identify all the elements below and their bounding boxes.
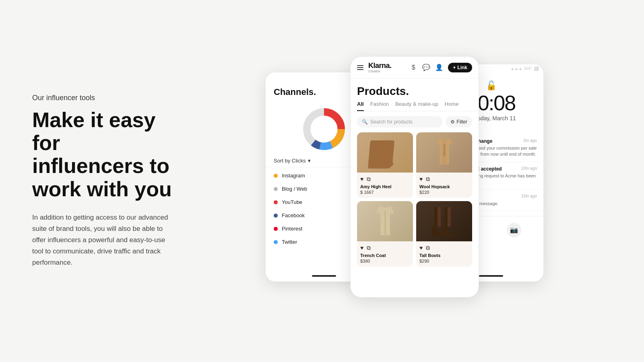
bottom-indicator-channels [312,275,336,277]
headline: Make it easy for influencers to work wit… [32,109,177,201]
products-mockup: Klarna. Creator $ 💬 👤 + Link Products. [350,56,479,298]
message-icon[interactable]: 💬 [422,64,430,72]
product-image-boot [357,132,413,173]
section-label: Our influencer tools [32,94,177,102]
klarna-nav-icons: $ 💬 👤 + Link [409,63,472,72]
klarna-header: Klarna. Creator $ 💬 👤 + Link [351,57,479,78]
product-price-2: $220 [416,190,472,198]
channel-name-youtube: YouTube [282,199,361,205]
product-name-1: Amy High Heel [357,184,413,190]
link-button-label: Link [457,65,467,70]
channel-dot-twitter [274,240,278,244]
right-section: Channels. [201,40,612,322]
product-card-3: ♥ ⧉ Trench Coat $380 [357,201,413,267]
channel-name-instagram: Instagram [282,173,358,179]
product-actions-2: ♥ ⧉ [416,173,472,184]
camera-footer-icon[interactable]: 📷 [507,223,521,237]
hamburger-icon[interactable] [357,65,363,70]
share-icon-2[interactable]: ⧉ [426,176,430,183]
body-text: In addition to getting access to our adv… [32,212,177,268]
product-name-2: Wool Hopsack [416,184,472,190]
product-actions-1: ♥ ⧉ [357,173,413,184]
search-icon: 🔍 [362,119,368,125]
tab-all[interactable]: All [357,101,364,111]
battery-icon: ⬜ [534,66,539,71]
bottom-indicator-notif [479,275,503,277]
wifi-icon: WiFi [524,66,532,71]
filter-label: Filter [456,119,467,125]
product-image-boots-dark [416,201,472,241]
share-icon-3[interactable]: ⧉ [367,245,371,251]
sort-label: Sort by Clicks [274,158,305,164]
tab-home[interactable]: Home [445,101,459,111]
notif-time-1: 5m ago [524,138,537,144]
share-icon-1[interactable]: ⧉ [367,176,371,183]
share-icon-4[interactable]: ⧉ [426,245,430,251]
product-card-2: ♥ ⧉ Wool Hopsack $220 [416,132,472,198]
search-bar: 🔍 Search for products ⚙ Filter [357,116,472,128]
products-title: Products. [351,78,479,101]
product-price-3: $380 [357,259,413,267]
sort-chevron: ▾ [308,158,311,164]
channel-name-blog: Blog / Web [282,186,361,192]
channel-dot-blog [274,187,278,191]
filter-icon: ⚙ [450,119,455,125]
user-icon[interactable]: 👤 [435,64,443,72]
channel-dot-pinterest [274,227,278,231]
signal-icon: ▲▲▲ [510,66,522,71]
search-input-box[interactable]: 🔍 Search for products [357,116,442,128]
heart-icon-1[interactable]: ♥ [360,176,363,183]
channel-dot-youtube [274,200,278,204]
product-price-1: $ 1667 [357,190,413,198]
product-name-4: Tall Boots [416,253,472,259]
heart-icon-3[interactable]: ♥ [360,245,363,251]
left-section: Our influencer tools Make it easy for in… [32,94,201,268]
product-card-4: ♥ ⧉ Tall Boots $290 [416,201,472,267]
notif-time-2: 10m ago [521,166,537,172]
products-grid: ♥ ⧉ Amy High Heel $ 1667 [351,132,479,267]
donut-svg [302,107,346,151]
search-placeholder: Search for products [370,119,413,125]
tab-beauty[interactable]: Beauty & make-up [395,101,438,111]
channel-dot-instagram [274,174,278,178]
product-name-3: Trench Coat [357,253,413,259]
filter-button[interactable]: ⚙ Filter [446,116,472,128]
klarna-logo-group: Klarna. Creator [368,62,392,73]
heart-icon-2[interactable]: ♥ [419,176,423,183]
klarna-sub: Creator [368,69,392,73]
product-actions-3: ♥ ⧉ [357,241,413,253]
dollar-icon[interactable]: $ [409,64,417,72]
product-card-1: ♥ ⧉ Amy High Heel $ 1667 [357,132,413,198]
product-image-coat2 [357,201,413,241]
boots-dark-svg [430,205,458,237]
channel-dot-facebook [274,214,278,218]
tab-fashion[interactable]: Fashion [370,101,389,111]
product-image-coat [416,132,472,173]
link-button[interactable]: + Link [448,63,472,72]
product-actions-4: ♥ ⧉ [416,241,472,253]
heart-icon-4[interactable]: ♥ [419,245,423,251]
coat2-svg [373,205,397,237]
coat-svg [432,136,456,169]
products-tabs: All Fashion Beauty & make-up Home [351,101,479,111]
mockups-wrapper: Channels. [254,48,559,314]
product-price-4: $290 [416,259,472,267]
boot-svg [373,136,397,169]
notif-time-3: 15m ago [521,194,537,200]
klarna-logo: Klarna. [368,62,392,70]
page-container: Our influencer tools Make it easy for in… [0,0,644,362]
